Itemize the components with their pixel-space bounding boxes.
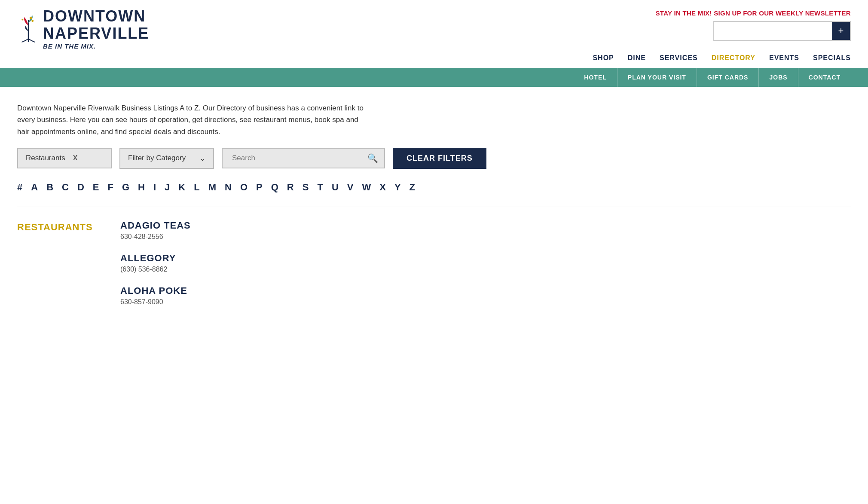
- alpha-W[interactable]: W: [362, 182, 371, 193]
- listing-phone: 630-857-9090: [120, 298, 851, 306]
- alpha-K[interactable]: K: [178, 182, 185, 193]
- alpha-P[interactable]: P: [256, 182, 263, 193]
- sec-nav-plan[interactable]: PLAN YOUR VISIT: [617, 68, 697, 87]
- logo-tagline: BE IN THE MIX.: [43, 43, 149, 50]
- svg-point-1: [30, 17, 32, 19]
- nav-services[interactable]: SERVICES: [660, 54, 698, 62]
- sec-nav-contact[interactable]: CONTACT: [798, 68, 851, 87]
- alpha-T[interactable]: T: [317, 182, 323, 193]
- search-icon: 🔍: [367, 153, 378, 163]
- alpha-N[interactable]: N: [225, 182, 232, 193]
- alpha-Q[interactable]: Q: [271, 182, 278, 193]
- main-nav: SHOP DINE SERVICES DIRECTORY EVENTS SPEC…: [0, 54, 868, 68]
- dir-listings: ADAGIO TEAS 630-428-2556 ALLEGORY (630) …: [120, 220, 851, 318]
- filter-tag-close[interactable]: X: [73, 154, 78, 162]
- nav-events[interactable]: EVENTS: [769, 54, 799, 62]
- alpha-J[interactable]: J: [165, 182, 170, 193]
- alpha-O[interactable]: O: [240, 182, 248, 193]
- filter-tag-label: Restaurants: [26, 154, 65, 162]
- chevron-down-icon: ⌄: [199, 154, 205, 163]
- alpha-Z[interactable]: Z: [410, 182, 415, 193]
- alpha-C[interactable]: C: [62, 182, 69, 193]
- alphabet-row: # A B C D E F G H I J K L M N O P Q R S …: [0, 182, 868, 207]
- alpha-Y[interactable]: Y: [394, 182, 401, 193]
- dir-category-row: RESTAURANTS ADAGIO TEAS 630-428-2556 ALL…: [17, 220, 851, 318]
- alpha-L[interactable]: L: [194, 182, 199, 193]
- listing-item: ALLEGORY (630) 536-8862: [120, 253, 851, 273]
- sec-nav: HOTEL PLAN YOUR VISIT GIFT CARDS JOBS CO…: [0, 68, 868, 87]
- directory-section: RESTAURANTS ADAGIO TEAS 630-428-2556 ALL…: [0, 216, 868, 352]
- section-divider: [17, 207, 851, 207]
- alpha-R[interactable]: R: [287, 182, 294, 193]
- filter-category-dropdown[interactable]: Filter by Category ⌄: [119, 148, 214, 169]
- listing-phone: (630) 536-8862: [120, 266, 851, 273]
- sec-nav-giftcards[interactable]: GIFT CARDS: [697, 68, 759, 87]
- filter-category-label: Filter by Category: [128, 154, 186, 162]
- logo-line1: DOWNTOWN: [43, 8, 149, 25]
- listing-name[interactable]: ALLEGORY: [120, 253, 851, 264]
- listing-item: ALOHA POKE 630-857-9090: [120, 285, 851, 306]
- alpha-S[interactable]: S: [303, 182, 309, 193]
- filter-search-box: 🔍: [222, 148, 385, 168]
- listing-phone: 630-428-2556: [120, 233, 851, 241]
- listing-name[interactable]: ADAGIO TEAS: [120, 220, 851, 231]
- header-search-input[interactable]: [714, 23, 832, 39]
- alpha-I[interactable]: I: [153, 182, 156, 193]
- nav-shop[interactable]: SHOP: [593, 54, 614, 62]
- header-right: STAY IN THE MIX! SIGN UP FOR OUR WEEKLY …: [656, 8, 851, 41]
- header-search-bar: +: [713, 21, 851, 41]
- nav-dine[interactable]: DINE: [628, 54, 646, 62]
- alpha-D[interactable]: D: [77, 182, 84, 193]
- alpha-E[interactable]: E: [93, 182, 99, 193]
- alpha-A[interactable]: A: [31, 182, 38, 193]
- alpha-H[interactable]: H: [138, 182, 145, 193]
- sec-nav-hotel[interactable]: HOTEL: [574, 68, 617, 87]
- logo-icon: [17, 14, 40, 44]
- site-header: DOWNTOWN NAPERVILLE BE IN THE MIX. STAY …: [0, 0, 868, 54]
- svg-point-3: [21, 19, 23, 21]
- alpha-G[interactable]: G: [122, 182, 129, 193]
- filter-search-input[interactable]: [229, 149, 367, 168]
- page-description: Downtown Naperville Riverwalk Business L…: [0, 87, 387, 148]
- newsletter-link[interactable]: STAY IN THE MIX! SIGN UP FOR OUR WEEKLY …: [656, 9, 851, 17]
- nav-directory[interactable]: DIRECTORY: [712, 54, 755, 62]
- alpha-U[interactable]: U: [332, 182, 339, 193]
- svg-point-2: [31, 20, 34, 22]
- listing-name[interactable]: ALOHA POKE: [120, 285, 851, 296]
- alpha-B[interactable]: B: [46, 182, 53, 193]
- logo-line2: NAPERVILLE: [43, 25, 149, 42]
- listing-item: ADAGIO TEAS 630-428-2556: [120, 220, 851, 241]
- clear-filters-button[interactable]: CLEAR FILTERS: [393, 148, 486, 169]
- logo-words: DOWNTOWN NAPERVILLE BE IN THE MIX.: [43, 8, 149, 50]
- active-filter-tag: Restaurants X: [17, 148, 112, 168]
- filters-row: Restaurants X Filter by Category ⌄ 🔍 CLE…: [0, 148, 868, 182]
- nav-specials[interactable]: SPECIALS: [813, 54, 851, 62]
- alpha-F[interactable]: F: [108, 182, 113, 193]
- alpha-M[interactable]: M: [208, 182, 216, 193]
- header-search-button[interactable]: +: [832, 22, 850, 40]
- sec-nav-jobs[interactable]: JOBS: [758, 68, 798, 87]
- alpha-X[interactable]: X: [379, 182, 386, 193]
- dir-category-label: RESTAURANTS: [17, 220, 103, 318]
- logo-area: DOWNTOWN NAPERVILLE BE IN THE MIX.: [17, 8, 149, 50]
- alpha-V[interactable]: V: [347, 182, 354, 193]
- alpha-hash[interactable]: #: [17, 182, 22, 193]
